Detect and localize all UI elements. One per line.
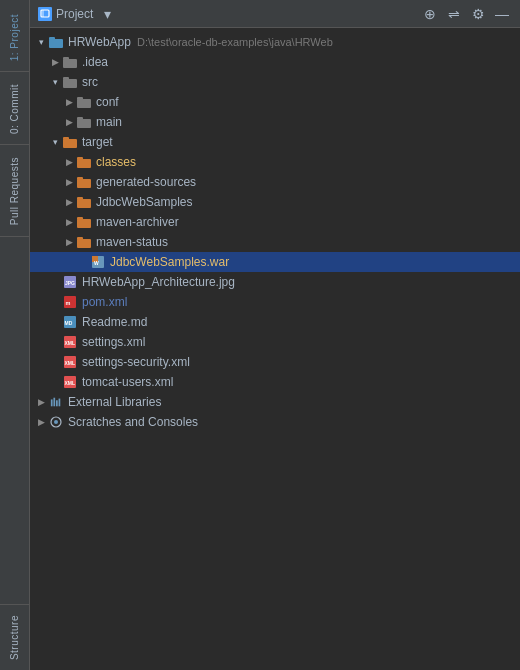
- tree-item-jdbc-war[interactable]: W JdbcWebSamples.war: [30, 252, 520, 272]
- tree-item-pom[interactable]: m pom.xml: [30, 292, 520, 312]
- svg-rect-5: [63, 57, 69, 60]
- ext-libs-label: External Libraries: [68, 395, 161, 409]
- tree-item-main[interactable]: ▶ main: [30, 112, 520, 132]
- svg-rect-6: [63, 79, 77, 88]
- arch-jpg-label: HRWebApp_Architecture.jpg: [82, 275, 235, 289]
- chevron-ext-libs: ▶: [34, 395, 48, 409]
- svg-rect-11: [77, 117, 83, 120]
- jdbc-folder-icon: [76, 194, 92, 210]
- sidebar-item-pull-requests[interactable]: Pull Requests: [7, 151, 22, 231]
- panel-title: Project: [56, 7, 93, 21]
- svg-rect-12: [63, 139, 77, 148]
- jpg-file-icon: JPG: [62, 274, 78, 290]
- tree-item-generated-sources[interactable]: ▶ generated-sources: [30, 172, 520, 192]
- svg-rect-17: [77, 177, 83, 180]
- chevron-maven-status: ▶: [62, 235, 76, 249]
- readme-file-icon: MD: [62, 314, 78, 330]
- ext-libs-icon: [48, 394, 64, 410]
- readme-label: Readme.md: [82, 315, 147, 329]
- tomcat-xml-icon: XML: [62, 374, 78, 390]
- svg-rect-4: [63, 59, 77, 68]
- svg-rect-21: [77, 217, 83, 220]
- hrwebapp-label: HRWebApp: [68, 35, 131, 49]
- scratches-icon: [48, 414, 64, 430]
- classes-label: classes: [96, 155, 136, 169]
- project-icon: [38, 7, 52, 21]
- svg-rect-41: [56, 400, 58, 406]
- sidebar-item-commit[interactable]: 0: Commit: [7, 78, 22, 140]
- left-sidebar: 1: Project 0: Commit Pull Requests Struc…: [0, 0, 30, 670]
- chevron-maven-archiver: ▶: [62, 215, 76, 229]
- svg-rect-0: [41, 10, 49, 17]
- svg-rect-8: [77, 99, 91, 108]
- target-folder-icon: [62, 134, 78, 150]
- tree-item-conf[interactable]: ▶ conf: [30, 92, 520, 112]
- svg-rect-9: [77, 97, 83, 100]
- maven-status-label: maven-status: [96, 235, 168, 249]
- chevron-scratches: ▶: [34, 415, 48, 429]
- sidebar-item-project[interactable]: 1: Project: [7, 8, 22, 67]
- chevron-gen-sources: ▶: [62, 175, 76, 189]
- tree-item-settings[interactable]: XML settings.xml: [30, 332, 520, 352]
- src-label: src: [82, 75, 98, 89]
- tree-item-readme[interactable]: MD Readme.md: [30, 312, 520, 332]
- war-file-icon: W: [90, 254, 106, 270]
- svg-rect-40: [53, 398, 55, 407]
- main-panel: Project ▾ ⊕ ⇌ ⚙ — ▾ HRWebApp D:\test\ora…: [30, 0, 520, 670]
- maven-archiver-label: maven-archiver: [96, 215, 179, 229]
- project-folder-icon: [48, 34, 64, 50]
- svg-rect-39: [51, 399, 53, 406]
- jdbc-war-label: JdbcWebSamples.war: [110, 255, 229, 269]
- conf-label: conf: [96, 95, 119, 109]
- sidebar-item-structure[interactable]: Structure: [7, 609, 22, 666]
- equalizer-btn[interactable]: ⇌: [444, 4, 464, 24]
- settings-xml-icon: XML: [62, 334, 78, 350]
- svg-point-44: [54, 420, 58, 424]
- svg-rect-14: [77, 159, 91, 168]
- svg-rect-42: [59, 399, 61, 407]
- tree-item-external-libs[interactable]: ▶ External Libraries: [30, 392, 520, 412]
- tree-item-jdbcwebsamples-folder[interactable]: ▶ JdbcWebSamples: [30, 192, 520, 212]
- hrwebapp-path: D:\test\oracle-db-examples\java\HRWeb: [137, 36, 333, 48]
- maven-status-icon: [76, 234, 92, 250]
- svg-text:JPG: JPG: [65, 280, 75, 286]
- conf-folder-icon: [76, 94, 92, 110]
- chevron-main: ▶: [62, 115, 76, 129]
- chevron-jdbc-folder: ▶: [62, 195, 76, 209]
- pom-file-icon: m: [62, 294, 78, 310]
- target-label: target: [82, 135, 113, 149]
- svg-rect-2: [49, 39, 63, 48]
- tree-item-classes[interactable]: ▶ classes: [30, 152, 520, 172]
- tree-item-idea[interactable]: ▶ .idea: [30, 52, 520, 72]
- svg-text:MD: MD: [65, 320, 73, 326]
- compass-btn[interactable]: ⊕: [420, 4, 440, 24]
- gen-sources-label: generated-sources: [96, 175, 196, 189]
- tree-item-arch-jpg[interactable]: JPG HRWebApp_Architecture.jpg: [30, 272, 520, 292]
- tree-item-src[interactable]: ▾ src: [30, 72, 520, 92]
- svg-rect-16: [77, 179, 91, 188]
- tree-item-settings-security[interactable]: XML settings-security.xml: [30, 352, 520, 372]
- pom-label: pom.xml: [82, 295, 127, 309]
- chevron-idea: ▶: [48, 55, 62, 69]
- svg-rect-13: [63, 137, 69, 140]
- svg-text:XML: XML: [65, 360, 76, 366]
- idea-label: .idea: [82, 55, 108, 69]
- svg-rect-20: [77, 219, 91, 228]
- maven-archiver-icon: [76, 214, 92, 230]
- tree-item-hrwebapp[interactable]: ▾ HRWebApp D:\test\oracle-db-examples\ja…: [30, 32, 520, 52]
- tree-item-tomcat-users[interactable]: XML tomcat-users.xml: [30, 372, 520, 392]
- main-label: main: [96, 115, 122, 129]
- panel-header: Project ▾ ⊕ ⇌ ⚙ —: [30, 0, 520, 28]
- chevron-conf: ▶: [62, 95, 76, 109]
- svg-rect-15: [77, 157, 83, 160]
- header-dropdown-icon[interactable]: ▾: [97, 4, 117, 24]
- svg-text:m: m: [66, 300, 71, 306]
- tree-item-maven-archiver[interactable]: ▶ maven-archiver: [30, 212, 520, 232]
- minimize-btn[interactable]: —: [492, 4, 512, 24]
- tree-item-target[interactable]: ▾ target: [30, 132, 520, 152]
- settings-security-icon: XML: [62, 354, 78, 370]
- tree-item-scratches[interactable]: ▶ Scratches and Consoles: [30, 412, 520, 432]
- settings-btn[interactable]: ⚙: [468, 4, 488, 24]
- tree-item-maven-status[interactable]: ▶ maven-status: [30, 232, 520, 252]
- settings-label: settings.xml: [82, 335, 145, 349]
